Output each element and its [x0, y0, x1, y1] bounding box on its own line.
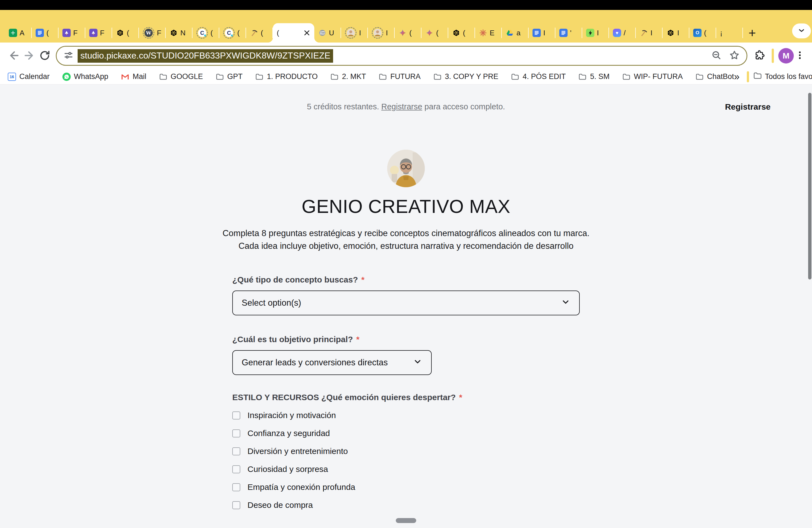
chatgpt-icon: [116, 29, 124, 37]
tab[interactable]: C(: [219, 23, 246, 43]
bookmark-folder[interactable]: GPT: [216, 72, 243, 81]
bookmark-label: Mail: [133, 72, 146, 81]
tab-search-button[interactable]: [792, 24, 811, 39]
checkbox[interactable]: [232, 429, 240, 437]
tab[interactable]: (: [448, 23, 475, 43]
bookmark-star-icon[interactable]: [729, 50, 740, 62]
tab-title: a: [517, 29, 526, 37]
tab-title: ¡: [720, 29, 740, 37]
tab[interactable]: ': [555, 23, 582, 43]
tab-title: I: [359, 29, 365, 37]
emotion-option[interactable]: Inspiración y motivación: [232, 410, 580, 420]
tab[interactable]: a: [502, 23, 528, 43]
credits-text: 5 créditos restantes.: [307, 102, 381, 111]
bookmark-label: 4. PÓS EDIT: [523, 72, 566, 81]
profile-avatar[interactable]: M: [778, 48, 794, 63]
checkbox[interactable]: [232, 483, 240, 491]
emotion-option[interactable]: Deseo de compra: [232, 500, 580, 510]
tab-title: A: [19, 29, 29, 37]
extensions-puzzle-icon: [754, 50, 765, 62]
bookmark-link[interactable]: 16Calendar: [8, 72, 50, 81]
emotion-option[interactable]: Confianza y seguridad: [232, 428, 580, 438]
theme-separator: [747, 71, 749, 82]
tab[interactable]: ¡: [716, 23, 743, 43]
credits-text: para acceso completo.: [422, 102, 505, 111]
bookmark-folder[interactable]: 3. COPY Y PRE: [433, 72, 498, 81]
folder-icon: [578, 73, 586, 81]
tab[interactable]: I: [341, 23, 368, 43]
bookmark-link[interactable]: Mail: [121, 72, 146, 81]
bookmark-folder[interactable]: 5. SM: [578, 72, 610, 81]
reload-button[interactable]: [37, 48, 53, 63]
checkbox[interactable]: [232, 465, 240, 473]
docs-icon: [559, 29, 568, 37]
tab[interactable]: I: [636, 23, 663, 43]
outlook-icon: O: [693, 29, 701, 37]
tab[interactable]: I: [663, 23, 690, 43]
bookmarks-overflow-chevron[interactable]: »: [734, 71, 739, 83]
objective-select[interactable]: Generar leads y conversiones directas: [232, 350, 432, 375]
emotion-option[interactable]: Empatía y conexión profunda: [232, 482, 580, 492]
forward-button[interactable]: [21, 48, 37, 63]
bookmark-folder[interactable]: WIP- FUTURA: [622, 72, 683, 81]
bookmark-label: WIP- FUTURA: [634, 72, 683, 81]
bookmark-folder[interactable]: GOOGLE: [159, 72, 203, 81]
bookmark-folder[interactable]: 2. MKT: [330, 72, 366, 81]
checkbox-label: Deseo de compra: [247, 500, 313, 510]
address-bar[interactable]: studio.pickaxe.co/STUDIO20FB633PXWIGDK8W…: [56, 46, 748, 66]
bookmark-folder[interactable]: 1. PRODUCTO: [255, 72, 318, 81]
all-bookmarks-folder[interactable]: Todos los favoritos: [753, 72, 812, 81]
tab[interactable]: C(: [192, 23, 219, 43]
tab[interactable]: O(: [690, 23, 716, 43]
tab-title: I: [677, 29, 686, 37]
emotion-options: Inspiración y motivaciónConfianza y segu…: [232, 410, 580, 510]
tune-icon[interactable]: [63, 50, 74, 62]
scroll-pill[interactable]: [396, 518, 416, 523]
checkbox[interactable]: [232, 448, 240, 455]
tab[interactable]: I: [582, 23, 609, 43]
bookmark-folder[interactable]: 4. PÓS EDIT: [511, 72, 566, 81]
checkbox[interactable]: [232, 411, 240, 420]
emotion-option[interactable]: Curiosidad y sorpresa: [232, 464, 580, 474]
tab[interactable]: (: [421, 23, 448, 43]
question-label-concept: ¿Qué tipo de concepto buscas?*: [232, 275, 580, 284]
person-icon: [372, 27, 383, 39]
tab[interactable]: F: [85, 23, 112, 43]
emotion-option[interactable]: Diversión y entretenimiento: [232, 446, 580, 456]
url-text[interactable]: studio.pickaxe.co/STUDIO20FB633PXWIGDK8W…: [77, 49, 333, 63]
tab-active[interactable]: (: [273, 23, 314, 43]
tabs-container: A(FF(WFNC(C(((UII(((EaI'I♥/IIO(¡: [5, 23, 743, 43]
zoom-out-icon[interactable]: [711, 50, 722, 62]
register-link[interactable]: Registrarse: [381, 102, 422, 111]
register-button[interactable]: Registrarse: [725, 102, 771, 112]
tab[interactable]: I: [368, 23, 395, 43]
folder-icon: [433, 73, 441, 81]
tab[interactable]: F: [59, 23, 85, 43]
drive-icon: [506, 29, 514, 37]
scrollbar[interactable]: [808, 93, 811, 279]
back-button[interactable]: [6, 48, 21, 63]
tab[interactable]: E: [475, 23, 502, 43]
folder-icon: [255, 73, 263, 81]
tab[interactable]: WF: [139, 23, 166, 43]
tab[interactable]: N: [166, 23, 192, 43]
tab[interactable]: ♥/: [609, 23, 636, 43]
checkbox-label: Curiosidad y sorpresa: [247, 465, 328, 474]
tab[interactable]: (: [395, 23, 421, 43]
chatgpt-icon: [666, 29, 675, 37]
browser-menu-button[interactable]: [794, 48, 806, 63]
close-icon[interactable]: [302, 28, 311, 38]
bookmark-folder[interactable]: ChatBot: [695, 72, 734, 81]
checkbox[interactable]: [232, 501, 240, 509]
extensions-button[interactable]: [752, 48, 767, 63]
new-tab-button[interactable]: +: [749, 23, 756, 43]
chevron-down-icon: [797, 26, 806, 35]
concept-type-select[interactable]: Select option(s): [232, 291, 580, 316]
bookmark-folder[interactable]: FUTURA: [379, 72, 421, 81]
tab[interactable]: (: [32, 23, 59, 43]
tab[interactable]: A: [5, 23, 32, 43]
tab[interactable]: (: [112, 23, 139, 43]
tab[interactable]: I: [528, 23, 555, 43]
bookmark-label: ChatBot: [707, 72, 734, 81]
bookmark-link[interactable]: WhatsApp: [62, 72, 108, 81]
